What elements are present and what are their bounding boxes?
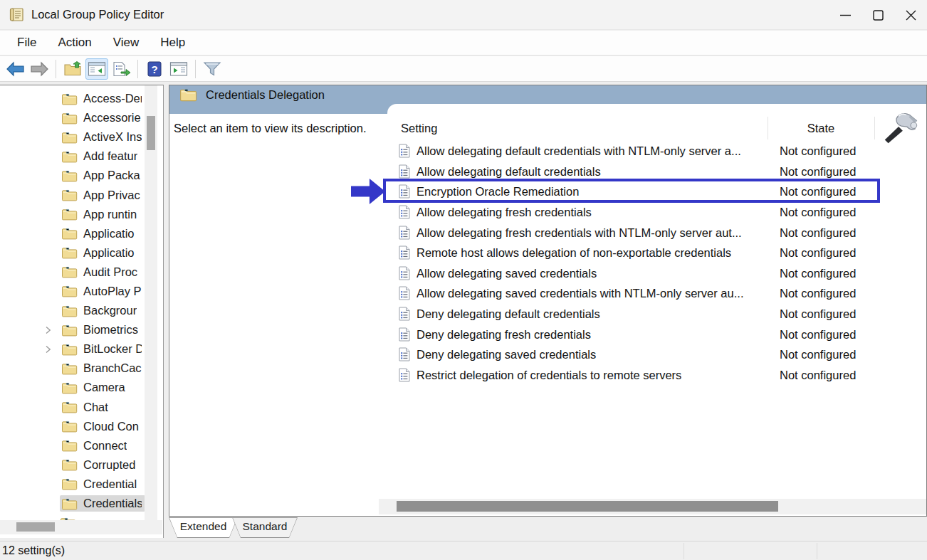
show-action-pane-button[interactable] [167, 58, 190, 80]
tree-item[interactable]: Biometrics [0, 320, 145, 339]
back-button[interactable] [4, 58, 26, 80]
tree-item[interactable]: Corrupted [0, 455, 145, 475]
policy-setting-icon [399, 164, 410, 179]
policy-state: Not configured [780, 226, 856, 239]
show-console-tree-button[interactable] [85, 58, 108, 80]
tree-horizontal-scrollbar-thumb[interactable] [16, 522, 55, 532]
tree-vertical-scrollbar-thumb[interactable] [147, 116, 155, 150]
tree-item-label: Access-Den [83, 92, 142, 105]
policy-row[interactable]: Remote host allows delegation of non-exp… [169, 243, 926, 263]
policy-setting-icon [399, 266, 410, 280]
up-one-level-button[interactable] [61, 58, 84, 80]
tree-item[interactable]: Audit Proc [0, 263, 145, 282]
tree-item[interactable]: Credential [0, 475, 145, 494]
policy-setting-name: Encryption Oracle Remediation [417, 185, 579, 199]
tree-item[interactable]: Connect [0, 436, 145, 455]
folder-icon [61, 150, 78, 163]
policy-row[interactable]: Allow delegating fresh credentialsNot co… [169, 202, 926, 223]
column-header-state[interactable]: State [768, 122, 874, 135]
policy-setting-icon [399, 286, 410, 300]
statusbar: 12 setting(s) [0, 541, 927, 560]
folder-icon [61, 420, 78, 433]
menu-file[interactable]: File [7, 33, 46, 53]
tree-item[interactable]: App runtin [0, 205, 145, 224]
tree-item-label: BranchCac [83, 361, 142, 375]
expand-chevron-icon[interactable] [44, 326, 52, 334]
tree-item[interactable]: BranchCac [0, 359, 145, 378]
policy-setting-name: Allow delegating fresh credentials with … [417, 226, 742, 239]
toolbar: ? [0, 56, 927, 82]
policy-row[interactable]: Allow delegating fresh credentials with … [169, 222, 926, 243]
forward-button[interactable] [28, 58, 51, 80]
policy-row[interactable]: Deny delegating fresh credentialsNot con… [169, 324, 926, 344]
folder-icon [61, 324, 78, 337]
column-divider[interactable] [874, 117, 875, 139]
policy-row[interactable]: Deny delegating saved credentialsNot con… [169, 344, 926, 365]
tree-item[interactable]: App Packa [0, 166, 145, 185]
policy-row[interactable]: Allow delegating default credentials wit… [169, 141, 926, 162]
folder-icon [61, 362, 78, 375]
tree-item[interactable]: Applicatio [0, 243, 145, 263]
maximize-button[interactable] [861, 0, 894, 30]
folder-icon [61, 131, 78, 144]
tree-item-label: App Privac [83, 189, 140, 202]
policy-row[interactable]: Restrict delegation of credentials to re… [169, 365, 926, 386]
tree-item[interactable]: Chat [0, 398, 145, 417]
tree-item-label: BitLocker D [83, 342, 142, 356]
tree-horizontal-scrollbar[interactable] [0, 520, 162, 534]
policy-row[interactable]: Allow delegating default credentialsNot … [169, 162, 926, 182]
policy-setting-icon [399, 347, 410, 361]
close-button[interactable] [894, 0, 927, 30]
tree-item[interactable]: Credentials [0, 494, 145, 513]
tree-item-label: Credential [83, 477, 137, 491]
description-hint: Select an item to view its description. [174, 122, 367, 135]
folder-icon [61, 246, 78, 259]
menu-action[interactable]: Action [48, 33, 101, 53]
policy-setting-icon [399, 226, 410, 240]
folder-icon [61, 227, 78, 240]
list-horizontal-scrollbar[interactable] [379, 499, 926, 514]
tree-item[interactable]: AutoPlay P [0, 282, 145, 301]
tree-item-label: Cloud Con [83, 420, 139, 433]
tab-standard[interactable]: Standard [232, 517, 298, 538]
tree-item[interactable]: App Privac [0, 185, 145, 204]
tree-item[interactable]: Applicatio [0, 224, 145, 243]
policy-row[interactable]: Allow delegating saved credentialsNot co… [169, 263, 926, 284]
list-horizontal-scrollbar-thumb[interactable] [397, 501, 778, 512]
tree-vertical-scrollbar[interactable] [145, 85, 157, 520]
minimize-button[interactable] [829, 0, 861, 30]
policy-row[interactable]: Allow delegating saved credentials with … [169, 283, 926, 304]
tree-item[interactable]: Add featur [0, 147, 145, 166]
folder-icon [61, 497, 78, 510]
tab-extended[interactable]: Extended [169, 517, 238, 538]
toolbar-separator [56, 60, 56, 78]
folder-icon [61, 343, 78, 356]
tree-item[interactable]: Accessorie [0, 108, 145, 127]
folder-icon [61, 93, 78, 105]
folder-icon [61, 381, 78, 394]
filter-button[interactable] [201, 58, 224, 80]
menu-view[interactable]: View [103, 33, 150, 53]
column-header-setting[interactable]: Setting [401, 122, 437, 135]
tree-item[interactable]: Backgrour [0, 301, 145, 320]
tree-item-partial[interactable] [0, 513, 145, 520]
statusbar-divider [817, 543, 817, 559]
menu-help[interactable]: Help [150, 33, 195, 53]
policy-setting-name: Deny delegating fresh credentials [417, 327, 591, 341]
gpedit-scroll-icon [9, 7, 24, 22]
tree-item[interactable]: BitLocker D [0, 339, 145, 359]
tree-item[interactable]: ActiveX Ins [0, 127, 145, 147]
tree-item[interactable]: Access-Den [0, 89, 145, 108]
folder-icon [61, 189, 78, 201]
export-list-button[interactable] [110, 58, 132, 80]
policy-row[interactable]: Deny delegating default credentialsNot c… [169, 304, 926, 324]
pane-header-band: Credentials Delegation [169, 85, 926, 104]
policy-setting-icon [399, 184, 410, 199]
tree-item-label: Applicatio [83, 246, 135, 260]
help-button[interactable]: ? [143, 58, 166, 80]
policy-row[interactable]: Encryption Oracle RemediationNot configu… [169, 181, 926, 202]
expand-chevron-icon[interactable] [44, 345, 52, 354]
tree-item-label: Accessorie [83, 111, 141, 125]
tree-item[interactable]: Camera [0, 378, 145, 397]
tree-item[interactable]: Cloud Con [0, 417, 145, 436]
